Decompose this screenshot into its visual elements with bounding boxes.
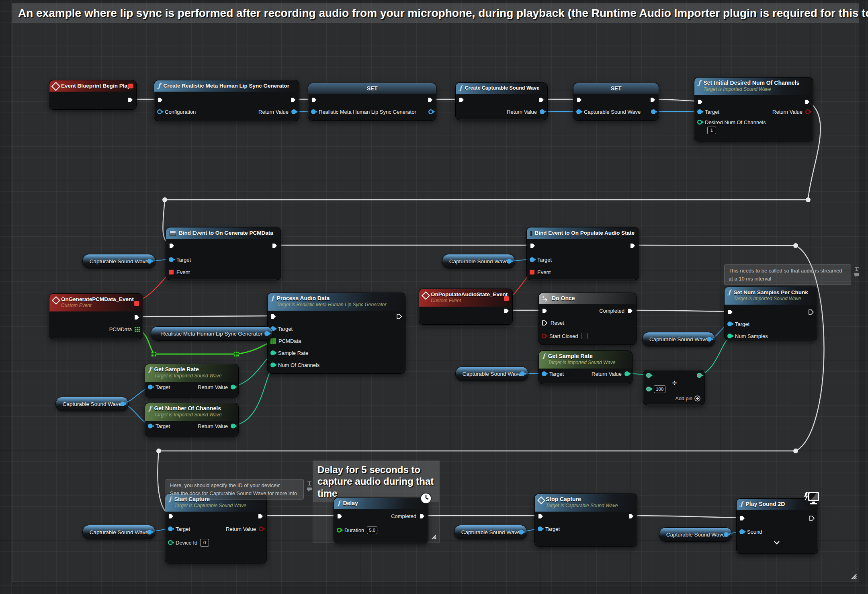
delegate-pin[interactable]: [134, 301, 139, 306]
exec-out-pin[interactable]: [134, 313, 140, 322]
node-create-capturable-sound-wave[interactable]: ƒ Create Capturable Sound Wave Return Va…: [455, 82, 548, 120]
exec-out-pin[interactable]: [628, 512, 634, 520]
node-set-generator[interactable]: SET Realistic Meta Human Lip Sync Genera…: [308, 83, 436, 121]
exec-in-pin[interactable]: [739, 514, 745, 522]
note-device-id[interactable]: Here, you should specify the ID of your …: [166, 479, 304, 500]
duration-pin[interactable]: Duration 5.0: [337, 526, 377, 535]
return-value-pin[interactable]: Return Value: [226, 524, 264, 533]
node-start-capture[interactable]: ƒ Start Capture Target is Capturable Sou…: [165, 494, 267, 563]
pill-capturable-sound-wave[interactable]: Capturable Sound Wave: [55, 397, 129, 411]
exec-out-pin[interactable]: [396, 312, 402, 321]
configuration-pin[interactable]: Configuration: [157, 107, 196, 116]
exec-out-pin[interactable]: [290, 95, 296, 104]
exec-in-pin[interactable]: [459, 95, 465, 104]
target-pin[interactable]: Target: [697, 107, 719, 116]
exec-in-pin[interactable]: [697, 97, 703, 106]
sample-rate-pin[interactable]: Sample Rate: [270, 348, 308, 357]
exec-in-pin[interactable]: [337, 512, 343, 520]
comment-bubble-icon[interactable]: [307, 487, 312, 492]
return-value-pin[interactable]: Return Value: [507, 107, 545, 116]
exec-out-pin[interactable]: [809, 514, 815, 522]
exec-out-pin[interactable]: [804, 97, 810, 106]
pin-icon[interactable]: [854, 266, 860, 271]
pill-capturable-sound-wave[interactable]: Capturable Sound Wave: [82, 254, 156, 268]
start-closed-checkbox[interactable]: [581, 333, 588, 339]
exec-in-pin[interactable]: [576, 95, 582, 104]
set-value-pin[interactable]: Realistic Meta Human Lip Sync Generator: [311, 107, 416, 116]
start-closed-pin[interactable]: Start Closed: [542, 332, 588, 340]
pcmdata-pin[interactable]: PCMData: [270, 336, 301, 345]
exec-in-pin[interactable]: [530, 241, 536, 250]
node-bind-event-on-generate-pcmdata[interactable]: Bind Event to On Generate PCMData Target…: [166, 227, 281, 280]
node-on-generate-pcmdata-event[interactable]: OnGeneratePCMData_Event Custom Event PCM…: [49, 293, 143, 339]
target-pin[interactable]: Target: [270, 324, 293, 333]
node-play-sound-2d[interactable]: ƒ Play Sound 2D Sound: [736, 498, 818, 554]
exec-in-pin[interactable]: [169, 241, 175, 250]
pill-capturable-sound-wave[interactable]: Capturable Sound Wave: [455, 367, 528, 381]
exec-out-pin[interactable]: [272, 241, 278, 250]
exec-out-pin[interactable]: [808, 307, 814, 316]
pill-capturable-sound-wave[interactable]: Capturable Sound Wave: [82, 525, 156, 539]
exec-out-pin[interactable]: [650, 95, 656, 104]
event-pin[interactable]: Event: [530, 268, 551, 277]
exec-in-pin[interactable]: [157, 95, 163, 104]
set-output-pin[interactable]: [651, 107, 656, 116]
node-divide[interactable]: 100 ÷ Add pin: [643, 370, 705, 405]
device-id-value[interactable]: 0: [200, 539, 209, 547]
delegate-pin[interactable]: [128, 84, 133, 88]
node-bind-event-on-populate-audio-state[interactable]: Bind Event to On Populate Audio State Ta…: [526, 227, 639, 280]
pill-capturable-sound-wave[interactable]: Capturable Sound Wave: [642, 332, 715, 346]
return-value-pin[interactable]: Return Value: [258, 107, 296, 116]
divide-input-a-pin[interactable]: [646, 371, 651, 380]
return-value-pin[interactable]: Return Value: [198, 383, 235, 391]
divide-input-b-pin[interactable]: 100: [646, 385, 665, 393]
expand-advanced-chevron-icon[interactable]: [774, 541, 780, 545]
set-output-pin[interactable]: [428, 107, 433, 116]
set-value-pin[interactable]: Capturable Sound Wave: [576, 107, 641, 116]
node-get-sample-rate[interactable]: ƒ Get Sample Rate Target is Imported Sou…: [145, 364, 239, 397]
comment-bubble-icon[interactable]: [854, 272, 860, 277]
node-process-audio-data[interactable]: ƒ Process Audio Data Target is Realistic…: [267, 293, 405, 374]
target-pin[interactable]: Target: [542, 369, 564, 378]
node-set-num-samples-per-chunk[interactable]: ƒ Set Num Samples Per Chunk Target is Im…: [724, 287, 817, 340]
return-value-pin[interactable]: Return Value: [772, 107, 810, 116]
blueprint-canvas[interactable]: An example where lip sync is performed a…: [0, 0, 868, 594]
num-samples-pin[interactable]: Num Samples: [727, 332, 768, 340]
target-pin[interactable]: Target: [530, 255, 552, 264]
node-get-number-of-channels[interactable]: ƒ Get Number Of Channels Target is Impor…: [145, 403, 239, 436]
target-pin[interactable]: Target: [148, 383, 170, 391]
pill-capturable-sound-wave[interactable]: Capturable Sound Wave: [442, 254, 515, 268]
reset-pin[interactable]: Reset: [542, 318, 564, 327]
exec-out-pin[interactable]: [127, 95, 133, 104]
event-pin[interactable]: Event: [169, 268, 190, 277]
node-set-capturable[interactable]: SET Capturable Sound Wave: [573, 83, 659, 121]
duration-value[interactable]: 5.0: [367, 526, 377, 534]
pill-capturable-sound-wave[interactable]: Capturable Sound Wave: [659, 527, 732, 542]
exec-in-pin[interactable]: [542, 306, 548, 315]
graph-comment-header[interactable]: An example where lip sync is performed a…: [12, 4, 859, 23]
divide-output-pin[interactable]: [697, 371, 702, 380]
node-event-begin-play[interactable]: Event Blueprint Begin Play: [49, 80, 137, 110]
desired-num-of-channels-pin[interactable]: Desired Num Of Channels: [697, 118, 766, 127]
add-pin-button[interactable]: Add pin: [676, 395, 700, 401]
pill-lip-sync-generator[interactable]: Realistic Meta Human Lip Sync Generator: [151, 326, 273, 341]
target-pin[interactable]: Target: [168, 524, 190, 533]
node-do-once[interactable]: 1 Do Once Completed Reset Start Closed: [538, 293, 637, 345]
exec-in-pin[interactable]: [270, 312, 276, 321]
pin-icon[interactable]: [307, 481, 312, 486]
desired-num-of-channels-value[interactable]: 1: [707, 126, 716, 135]
divisor-value[interactable]: 100: [654, 385, 665, 393]
exec-out-pin[interactable]: [258, 512, 264, 520]
exec-out-pin[interactable]: [504, 306, 510, 315]
delegate-pin[interactable]: [504, 296, 509, 301]
comment-resize-grip[interactable]: [848, 571, 857, 580]
return-value-pin[interactable]: Return Value: [198, 422, 235, 430]
completed-pin[interactable]: Completed: [599, 306, 633, 315]
exec-out-pin[interactable]: [630, 241, 636, 250]
return-value-pin[interactable]: Return Value: [592, 369, 629, 378]
pill-capturable-sound-wave[interactable]: Capturable Sound Wave: [454, 525, 527, 539]
completed-pin[interactable]: Completed: [391, 512, 425, 520]
node-delay[interactable]: ƒ Delay Completed Duration 5.0: [334, 498, 428, 543]
target-pin[interactable]: Target: [169, 255, 191, 264]
exec-in-pin[interactable]: [538, 512, 544, 520]
